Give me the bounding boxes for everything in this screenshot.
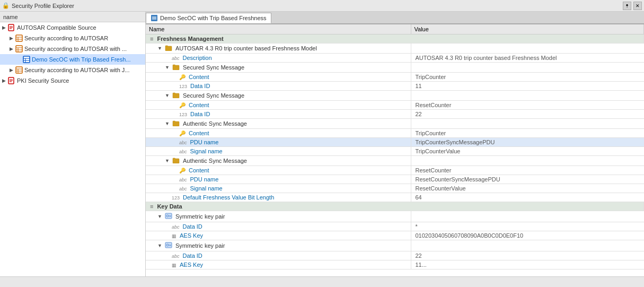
row-value: ResetCounterSyncMessagePDU [411,175,644,184]
tree-node-icon [7,76,16,85]
tree-item-sec-autosar[interactable]: ▶Security according to AUTOSAR [0,33,145,44]
row-name: Default Freshness Value Bit Length [183,194,274,201]
table-row[interactable]: 123 Data ID 22 [146,110,644,119]
tab-bar: Demo SecOC with Trip Based Freshness [146,12,644,24]
table-row[interactable]: abc Signal name TripCounterValue [146,147,644,156]
row-prefix-icon: 123 [179,111,187,117]
row-prefix-icon: 123 [179,83,187,89]
table-row[interactable]: ▼ Authentic Sync Message [146,119,644,129]
row-value: 22 [411,251,644,260]
tree-toggle[interactable]: ▶ [10,36,15,41]
table-row[interactable]: ▼ Secured Sync Message [146,63,644,73]
row-name: Symmetric key pair [175,213,225,220]
row-prefix-icon: ▦ [172,262,177,268]
tree-toggle[interactable]: ▶ [2,25,7,30]
row-prefix-icon: ▦ [172,232,177,239]
row-name: AUTOSAR 4.3 R0 trip counter based Freshn… [175,45,317,51]
table-row[interactable]: abc Data ID * [146,222,644,231]
close-button[interactable]: ✕ [633,2,642,10]
row-name: AES Key [180,232,203,239]
tree-node-icon [15,45,23,53]
properties-table: Name Value ≡ Freshness Management ▼ AUTO… [146,24,644,269]
table-row[interactable]: ▼ Authentic Sync Message [146,156,644,166]
row-name: AES Key [180,262,203,268]
row-value [411,240,644,251]
row-toggle[interactable]: ▼ [165,158,170,163]
row-value: ResetCounterValue [411,184,644,193]
row-toggle[interactable]: ▼ [165,121,170,126]
row-name: Authentic Sync Message [183,158,247,164]
table-row[interactable]: 123 Data ID 11 [146,82,644,91]
row-name: Signal name [190,185,223,192]
row-name: PDU name [190,139,219,145]
row-value: 0102030405060708090A0B0C0D0E0F10 [411,231,644,240]
table-row[interactable]: 🔑 Content TripCounter [146,129,644,138]
row-name: Description [183,55,212,61]
row-name: Content [189,74,209,80]
table-row[interactable]: ▼ Secured Sync Message [146,91,644,101]
row-prefix-icon: 🔑 [179,130,186,136]
table-row[interactable]: ▼ AUTOSAR 4.3 R0 trip counter based Fres… [146,44,644,54]
section-name: Freshness Management [157,36,223,42]
table-row[interactable]: 123 Default Freshness Value Bit Length 6… [146,193,644,202]
row-prefix-icon: abc [172,253,180,259]
right-panel: Demo SecOC with Trip Based Freshness Nam… [146,12,644,276]
tree-toggle[interactable]: ▶ [10,46,15,51]
tree-item-label: AUTOSAR Compatible Source [17,24,96,31]
table-row[interactable]: 🔑 Content TripCounter [146,73,644,82]
row-value: TripCounter [411,129,644,138]
row-toggle[interactable]: ▼ [157,214,162,219]
row-value: ResetCounter [411,166,644,175]
table-row[interactable]: abc Signal name ResetCounterValue [146,184,644,193]
tree-item-label: PKI Security Source [17,77,69,84]
content-area[interactable]: Name Value ≡ Freshness Management ▼ AUTO… [146,24,644,276]
row-toggle[interactable]: ▼ [157,46,162,51]
tree-item-sec-autosar-with1[interactable]: ▶Security according to AUTOSAR with ... [0,44,145,54]
tree-item-autosar-source[interactable]: ▶AUTOSAR Compatible Source [0,22,145,33]
tree-node-icon [15,66,23,74]
row-toggle[interactable]: ▼ [165,93,170,98]
table-row[interactable]: abc PDU name TripCounterSyncMessagePDU [146,138,644,147]
row-value: 64 [411,193,644,202]
top-bar: 🔒 Security Profile Explorer 🖈 ✕ [0,0,644,12]
security-icon: 🔒 [2,2,10,9]
active-tab[interactable]: Demo SecOC with Trip Based Freshness [146,13,271,23]
table-row[interactable]: ▦ AES Key 11... [146,260,644,269]
table-row[interactable]: ▼ Symmetric key pair [146,240,644,251]
col-name: Name [146,24,411,34]
tree-node-icon [7,23,16,32]
table-row[interactable]: abc Data ID 22 [146,251,644,260]
row-value: TripCounterValue [411,147,644,156]
row-value [411,156,644,166]
tree-toggle[interactable]: ▶ [2,78,7,83]
pin-button[interactable]: 🖈 [623,2,631,10]
tree-node-icon [22,55,31,64]
panel-title: Security Profile Explorer [12,3,623,9]
tab-icon [151,14,158,22]
tree-toggle[interactable]: ▶ [10,67,15,73]
tree-item-demo-secoc[interactable]: Demo SecOC with Trip Based Fresh... [0,54,145,65]
row-name: Signal name [190,148,223,154]
tree-item-sec-autosar-j[interactable]: ▶Security according to AUTOSAR with J... [0,65,145,75]
row-toggle[interactable]: ▼ [165,65,170,70]
table-row[interactable]: 🔑 Content ResetCounter [146,101,644,110]
row-name: Content [189,130,209,136]
table-row[interactable]: 🔑 Content ResetCounter [146,166,644,175]
row-name: Authentic Sync Message [183,120,247,127]
table-row[interactable]: ▦ AES Key 0102030405060708090A0B0C0D0E0F… [146,231,644,240]
row-name: Data ID [190,83,210,89]
row-prefix-icon: abc [179,148,187,154]
table-row[interactable]: ≡ Freshness Management [146,34,644,44]
row-prefix-icon: abc [179,176,187,182]
table-row[interactable]: ▼ Symmetric key pair [146,211,644,222]
tree-item-pki-source[interactable]: ▶PKI Security Source [0,75,145,86]
row-value [411,91,644,101]
row-toggle[interactable]: ▼ [157,243,162,248]
table-row[interactable]: abc Description AUTOSAR 4.3 R0 trip coun… [146,54,644,63]
table-row[interactable]: ≡ Key Data [146,202,644,211]
row-prefix-icon: 🔑 [179,74,186,80]
col-value: Value [411,24,644,34]
row-value: ResetCounter [411,101,644,110]
table-row[interactable]: abc PDU name ResetCounterSyncMessagePDU [146,175,644,184]
row-prefix-icon: abc [172,55,180,61]
